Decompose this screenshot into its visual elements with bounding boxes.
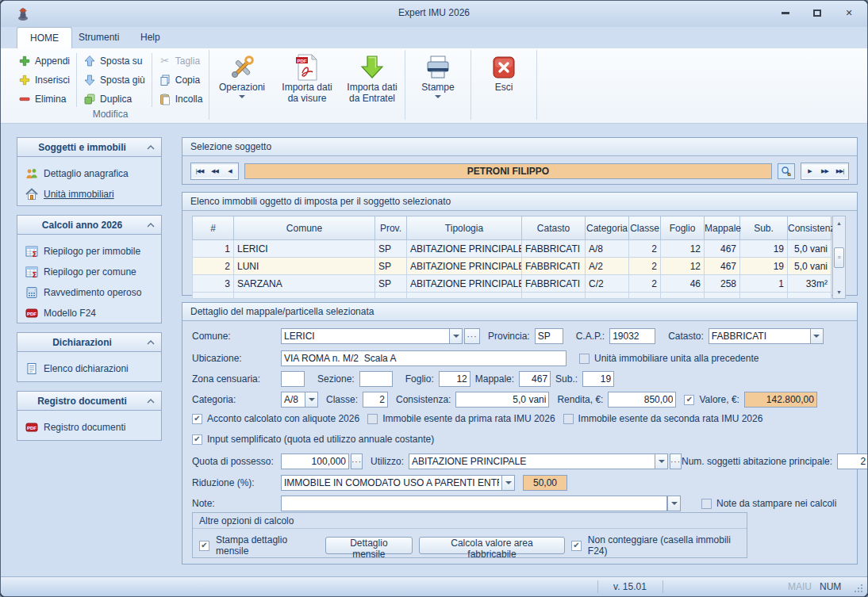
sidebar-group-header-calcoli[interactable]: Calcoli anno 2026: [17, 216, 161, 235]
sidebar-group-header-registro[interactable]: Registro documenti: [17, 392, 161, 411]
utilizzo-combo[interactable]: [409, 453, 668, 469]
sidebar-item-unita-immobiliari[interactable]: Unità immobiliari: [25, 184, 161, 205]
minimize-button[interactable]: [778, 7, 793, 18]
sidebar-item-riepilogo-comune[interactable]: Σ Riepilogo per comune: [25, 262, 161, 282]
table-row[interactable]: 2LUNISPABITAZIONE PRINCIPALEFABBRICATIA/…: [193, 258, 832, 275]
subject-search-button[interactable]: [778, 163, 795, 179]
utilizzo-input[interactable]: [409, 453, 655, 469]
sidebar-item-ravvedimento[interactable]: Ravvedimento operoso: [25, 282, 161, 303]
valore-checkbox[interactable]: [684, 395, 694, 405]
ubicazione-input[interactable]: [281, 350, 567, 366]
catasto-combo[interactable]: [709, 328, 824, 344]
note-dropdown-icon[interactable]: [667, 496, 681, 511]
nav-next-button[interactable]: ▶: [802, 164, 817, 178]
copia-button[interactable]: Copia: [159, 72, 203, 88]
column-header[interactable]: Classe: [629, 216, 661, 240]
nav-next-page-button[interactable]: ▶▶: [817, 164, 832, 178]
non-conteggiare-checkbox[interactable]: [571, 541, 582, 551]
scroll-down-icon[interactable]: ▼: [836, 286, 842, 297]
column-header[interactable]: Foglio: [661, 216, 705, 240]
comune-input[interactable]: [281, 328, 449, 344]
tab-help[interactable]: Help: [128, 27, 173, 48]
subject-name-field[interactable]: PETRONI FILIPPO: [244, 163, 772, 179]
riduzione-valore-input[interactable]: [523, 475, 567, 491]
tab-home[interactable]: HOME: [17, 27, 72, 48]
riduzione-dropdown-icon[interactable]: [501, 475, 515, 491]
appendi-button[interactable]: Appendi: [18, 53, 70, 69]
riduzione-input[interactable]: [281, 475, 501, 491]
maximize-button[interactable]: [810, 7, 824, 18]
table-row[interactable]: 1LERICISPABITAZIONE PRINCIPALEFABBRICATI…: [193, 240, 832, 258]
duplica-button[interactable]: Duplica: [83, 91, 145, 107]
column-header[interactable]: Categoria: [586, 216, 629, 240]
riduzione-combo[interactable]: [281, 475, 515, 491]
resize-grip-icon[interactable]: [854, 584, 864, 594]
scroll-thumb[interactable]: ≡: [834, 247, 844, 268]
elimina-button[interactable]: Elimina: [18, 91, 70, 107]
nav-prev-button[interactable]: ◀: [222, 164, 237, 178]
taglia-button[interactable]: ✂ Taglia: [159, 53, 203, 69]
column-header[interactable]: Tipologia: [407, 216, 522, 240]
classe-input[interactable]: [363, 392, 388, 408]
quota-input[interactable]: [281, 453, 349, 469]
cap-input[interactable]: [609, 328, 655, 344]
nav-first-button[interactable]: |◀◀: [192, 164, 207, 178]
stampe-button[interactable]: Stampe: [405, 50, 470, 121]
note-input[interactable]: [281, 496, 667, 511]
foglio-input[interactable]: [439, 371, 470, 387]
table-scrollbar[interactable]: ▲ ≡ ▼: [832, 216, 846, 299]
dettaglio-mensile-button[interactable]: Dettaglio mensile: [325, 537, 413, 554]
sidebar-group-header-soggetti[interactable]: Soggetti e immobili: [17, 138, 161, 157]
input-semplificato-checkbox[interactable]: [192, 434, 202, 445]
column-header[interactable]: Comune: [234, 216, 375, 240]
sidebar-item-elenco-dichiarazioni[interactable]: Elenco dichiarazioni: [25, 358, 161, 379]
esente-prima-rata-checkbox[interactable]: [367, 414, 378, 424]
incolla-button[interactable]: Incolla: [159, 91, 203, 107]
utilizzo-browse-button[interactable]: ···: [670, 453, 682, 469]
table-row[interactable]: 3SARZANASPABITAZIONE PRINCIPALEFABBRICAT…: [193, 275, 832, 293]
calcola-valore-button[interactable]: Calcola valore area fabbricabile: [419, 537, 565, 554]
nav-last-button[interactable]: ▶▶|: [832, 164, 847, 178]
esci-button[interactable]: Esci: [471, 50, 536, 121]
valore-input[interactable]: [744, 392, 817, 408]
sposta-su-button[interactable]: Sposta su: [83, 53, 145, 69]
categoria-input[interactable]: [281, 392, 305, 408]
sidebar-item-modello-f24[interactable]: PDF Modello F24: [25, 303, 161, 323]
operazioni-button[interactable]: Operazioni: [209, 50, 275, 121]
comune-combo[interactable]: [281, 328, 463, 344]
rendita-input[interactable]: [608, 392, 676, 408]
catasto-input[interactable]: [709, 328, 810, 344]
inserisci-button[interactable]: Inserisci: [18, 72, 70, 88]
importa-entratel-button[interactable]: Importa datida Entratel: [340, 50, 405, 121]
nav-prev-page-button[interactable]: ◀◀: [207, 164, 222, 178]
sezione-input[interactable]: [359, 371, 393, 387]
mappale-input[interactable]: [519, 371, 551, 387]
comune-browse-button[interactable]: ···: [464, 328, 480, 344]
comune-dropdown-icon[interactable]: [449, 328, 463, 344]
catasto-dropdown-icon[interactable]: [810, 328, 824, 344]
sidebar-item-riepilogo-immobile[interactable]: Σ Riepilogo per immobile: [25, 241, 161, 262]
consistenza-input[interactable]: [455, 392, 549, 408]
column-header[interactable]: Consistenza: [788, 216, 832, 240]
column-header[interactable]: Catasto: [522, 216, 586, 240]
stampa-dettaglio-checkbox[interactable]: [199, 541, 209, 551]
esente-seconda-rata-checkbox[interactable]: [563, 414, 574, 424]
utilizzo-dropdown-icon[interactable]: [655, 453, 668, 469]
sidebar-item-dettaglio-anagrafica[interactable]: Dettaglio anagrafica: [25, 163, 161, 184]
scroll-up-icon[interactable]: ▲: [836, 217, 842, 228]
note-stampa-checkbox[interactable]: [701, 499, 712, 509]
categoria-dropdown-icon[interactable]: [305, 392, 318, 408]
zona-input[interactable]: [281, 371, 305, 387]
acconto-checkbox[interactable]: [192, 414, 202, 424]
sposta-giu-button[interactable]: Sposta giù: [83, 72, 145, 88]
table-header-row[interactable]: #ComuneProv.TipologiaCatastoCategoriaCla…: [193, 216, 832, 240]
column-header[interactable]: Prov.: [375, 216, 407, 240]
column-header[interactable]: Sub.: [740, 216, 788, 240]
unita-precedente-checkbox[interactable]: [579, 354, 590, 364]
categoria-combo[interactable]: [281, 392, 318, 408]
column-header[interactable]: Mappale: [705, 216, 740, 240]
provincia-input[interactable]: [535, 328, 563, 344]
column-header[interactable]: #: [193, 216, 234, 240]
sidebar-item-registro-documenti[interactable]: PDF Registro documenti: [25, 417, 161, 438]
importa-visure-button[interactable]: PDF Importa datida visure: [275, 50, 340, 121]
